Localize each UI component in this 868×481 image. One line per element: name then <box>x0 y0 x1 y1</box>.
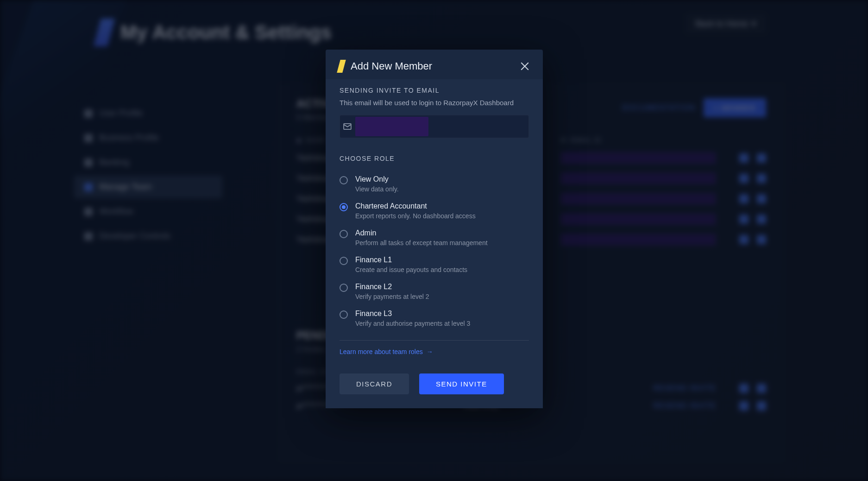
radio-icon <box>340 310 348 319</box>
role-name: Finance L2 <box>355 283 529 291</box>
role-desc: View data only. <box>355 185 529 193</box>
add-member-modal: Add New Member SENDING INVITE TO EMAIL T… <box>326 50 543 408</box>
role-option-finance-l1[interactable]: Finance L1Create and issue payouts and c… <box>340 251 529 278</box>
radio-icon <box>340 257 348 265</box>
radio-icon <box>340 203 348 211</box>
role-desc: Verify and authorise payments at level 3 <box>355 320 529 327</box>
arrow-right-icon: → <box>427 348 433 355</box>
role-name: Finance L3 <box>355 310 529 318</box>
learn-more-link[interactable]: Learn more about team roles → <box>340 348 433 355</box>
role-desc: Perform all tasks of except team managem… <box>355 239 529 247</box>
role-option-admin[interactable]: AdminPerform all tasks of except team ma… <box>340 224 529 251</box>
email-redaction <box>355 117 428 136</box>
role-name: Chartered Accountant <box>355 202 529 210</box>
role-desc: Verify payments at level 2 <box>355 293 529 300</box>
email-helper: This email will be used to login to Razo… <box>340 98 529 108</box>
send-invite-button[interactable]: SEND INVITE <box>419 373 504 394</box>
role-label: CHOOSE ROLE <box>340 155 529 162</box>
role-desc: Export reports only. No dashboard access <box>355 212 529 220</box>
role-option-view-only[interactable]: View OnlyView data only. <box>340 171 529 197</box>
email-field[interactable] <box>428 122 528 131</box>
divider <box>340 340 529 341</box>
role-name: Admin <box>355 229 529 237</box>
modal-title: Add New Member <box>351 60 432 72</box>
radio-icon <box>340 230 348 238</box>
email-input-wrap <box>340 115 529 138</box>
close-icon[interactable] <box>520 61 530 71</box>
radio-icon <box>340 176 348 184</box>
role-option-finance-l2[interactable]: Finance L2Verify payments at level 2 <box>340 278 529 305</box>
email-label: SENDING INVITE TO EMAIL <box>340 87 529 94</box>
mail-icon <box>340 123 355 130</box>
learn-more-label: Learn more about team roles <box>340 348 423 355</box>
role-option-chartered-accountant[interactable]: Chartered AccountantExport reports only.… <box>340 197 529 224</box>
role-name: Finance L1 <box>355 256 529 264</box>
brand-slash-icon <box>337 60 346 73</box>
radio-icon <box>340 284 348 292</box>
role-desc: Create and issue payouts and contacts <box>355 266 529 273</box>
role-option-finance-l3[interactable]: Finance L3Verify and authorise payments … <box>340 305 529 332</box>
discard-button[interactable]: DISCARD <box>340 373 409 394</box>
role-name: View Only <box>355 175 529 184</box>
